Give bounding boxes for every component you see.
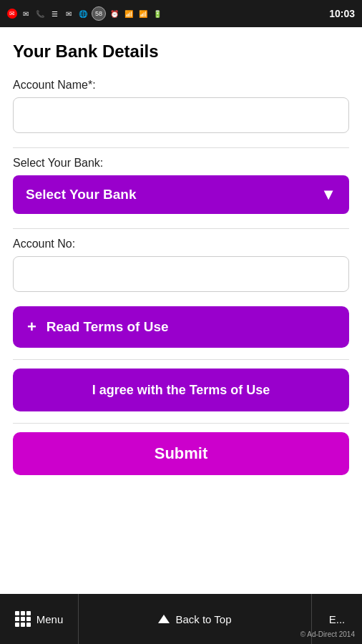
back-to-top-label: Back to Top [175, 613, 231, 625]
select-bank-text: Select Your Bank [26, 187, 137, 203]
status-icons: ✉ ✉ 📞 ☰ ✉ 🌐 58 ⏰ 📶 📶 🔋 [7, 6, 163, 21]
count-badge: 58 [92, 6, 106, 21]
divider-4 [13, 423, 349, 424]
alarm-icon: ⏰ [109, 8, 120, 19]
divider-1 [13, 147, 349, 148]
main-content: Your Bank Details Account Name*: Select … [0, 27, 362, 594]
app-icon-2: 📞 [34, 8, 46, 19]
battery-icon: 🔋 [152, 8, 163, 19]
divider-3 [13, 359, 349, 360]
menu-label: Menu [36, 613, 64, 625]
plus-icon: + [27, 318, 36, 336]
account-no-label: Account No: [13, 238, 349, 250]
submit-label: Submit [155, 444, 208, 463]
read-terms-label: Read Terms of Use [47, 319, 169, 335]
status-time: 10:03 [329, 8, 355, 19]
account-name-input[interactable] [13, 97, 349, 133]
signal-icon: 📶 [137, 8, 149, 19]
account-no-input[interactable] [13, 256, 349, 292]
wifi-icon: 📶 [123, 8, 134, 19]
up-arrow-icon [158, 615, 170, 623]
copyright-text: © Ad-Direct 2014 [300, 630, 355, 638]
select-bank-group: Select Your Bank: Select Your Bank ▼ [13, 157, 349, 214]
select-bank-label: Select Your Bank: [13, 157, 349, 170]
app-icon-4: ✉ [63, 8, 74, 19]
app-icon-1: ✉ [20, 8, 31, 19]
status-bar: ✉ ✉ 📞 ☰ ✉ 🌐 58 ⏰ 📶 📶 🔋 10:03 [0, 0, 362, 27]
account-no-group: Account No: [13, 238, 349, 292]
notification-icon: ✉ [7, 9, 17, 19]
back-to-top-button[interactable]: Back to Top [79, 594, 312, 644]
bottom-bar: Menu Back to Top E... © Ad-Direct 2014 [0, 594, 362, 644]
menu-button[interactable]: Menu [0, 594, 79, 644]
grid-icon [15, 611, 31, 627]
app-icon-3: ☰ [49, 8, 60, 19]
chevron-down-icon: ▼ [321, 185, 336, 204]
submit-button[interactable]: Submit [13, 432, 349, 475]
extra-label: E... [329, 613, 346, 625]
page-title: Your Bank Details [13, 42, 349, 62]
agree-terms-label: I agree with the Terms of Use [92, 383, 270, 398]
divider-2 [13, 228, 349, 229]
agree-terms-button[interactable]: I agree with the Terms of Use [13, 369, 349, 411]
account-name-label: Account Name*: [13, 79, 349, 92]
account-name-group: Account Name*: [13, 79, 349, 133]
select-bank-button[interactable]: Select Your Bank ▼ [13, 175, 349, 214]
app-icon-5: 🌐 [77, 8, 89, 19]
read-terms-button[interactable]: + Read Terms of Use [13, 306, 349, 348]
